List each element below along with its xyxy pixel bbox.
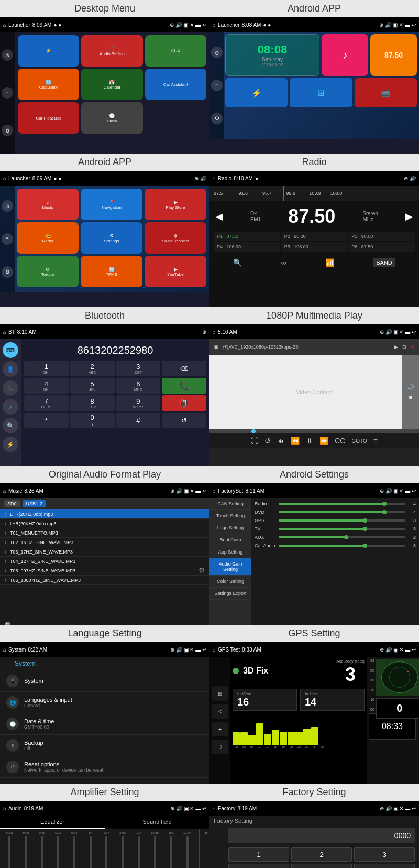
eq-track-4[interactable] — [57, 836, 59, 868]
caraudio-slider[interactable] — [279, 545, 405, 547]
eq-track-3[interactable] — [41, 836, 43, 868]
backup-item[interactable]: ⬆ Backup Off — [0, 735, 210, 756]
fullscreen-btn[interactable]: ⛶ — [251, 437, 258, 445]
audio-gain-setting[interactable]: Audio Gain Setting — [210, 558, 251, 576]
key-7[interactable]: 7PQRS — [24, 395, 69, 411]
key-4[interactable]: 4GHI — [24, 378, 69, 394]
bluetooth-app[interactable]: ⚡ — [18, 35, 79, 67]
youtube-tile[interactable]: ▶ YouTube — [145, 256, 206, 287]
preset-4[interactable]: P4 106.00 — [214, 242, 280, 252]
languages-item[interactable]: 🌐 Languages & input Gboard — [0, 692, 210, 713]
datetime-item[interactable]: 🕐 Date & time GMT+00:00 — [0, 713, 210, 735]
calc-app[interactable]: 🔢 Calculator — [18, 69, 79, 100]
home-icon2[interactable]: ⌂ — [213, 22, 216, 28]
app-setting[interactable]: App Setting — [210, 546, 251, 558]
can-setting[interactable]: CAN Setting — [210, 498, 251, 510]
music-tile[interactable]: ♪ Music — [17, 189, 79, 220]
torque-tile[interactable]: ⚙ Torque — [17, 256, 79, 287]
skip-back-btn[interactable]: ⏪ — [291, 437, 300, 445]
gps-share-btn[interactable]: < — [212, 704, 228, 719]
eq-track-10[interactable] — [154, 836, 156, 868]
goto-btn[interactable]: GOTO — [351, 438, 367, 444]
settings-tile[interactable]: ⚙ Settings — [81, 222, 142, 254]
system-item[interactable]: 📱 System — [0, 670, 210, 692]
gps-slider[interactable] — [279, 519, 405, 522]
nav-icon3[interactable]: ⊙ — [2, 200, 13, 212]
radio-tile[interactable]: 📻 Radio — [17, 222, 79, 254]
bt-btn[interactable]: ⚡ — [225, 78, 288, 107]
eq-track-7[interactable] — [105, 836, 107, 868]
radio-home-icon[interactable]: ⌂ — [213, 176, 216, 181]
bt-dialpad-icon[interactable]: ⌨ — [3, 342, 18, 358]
key-8[interactable]: 8TUV — [70, 395, 115, 411]
prev-btn[interactable]: ◀ — [216, 211, 223, 222]
eq-track-8[interactable] — [122, 836, 124, 868]
media-progress-bar[interactable] — [210, 429, 419, 433]
vol-up-icon[interactable]: 🔊 — [407, 384, 414, 391]
file-1[interactable]: ♪ L+R(20HZ 0db).mp3 — [0, 509, 210, 519]
key-star[interactable]: * — [24, 413, 69, 428]
bt-music-icon[interactable]: ♪ — [3, 399, 18, 415]
gps-star-btn[interactable]: ✦ — [212, 722, 228, 736]
key-1[interactable]: 1GHI — [24, 361, 69, 376]
preset-2[interactable]: P2 90.00 — [281, 232, 348, 241]
fk-1[interactable]: 1 — [228, 847, 289, 862]
audio-home[interactable]: ⌂ — [3, 488, 6, 494]
link-icon[interactable]: ∞ — [281, 258, 286, 267]
eq-track-6[interactable] — [90, 836, 92, 868]
fk-3[interactable]: 3 — [354, 847, 415, 862]
next-btn[interactable]: ▶ — [405, 211, 413, 222]
eq-icon2[interactable]: ≡ — [211, 80, 223, 91]
search-icon[interactable]: 🔍 — [233, 258, 242, 267]
key-refresh[interactable]: ↺ — [162, 413, 206, 428]
settings-icon3[interactable]: ⚙ — [2, 266, 13, 278]
fk-4[interactable]: 4 — [228, 864, 289, 868]
tab-soundfield[interactable]: Sound field — [105, 816, 210, 829]
bt-home[interactable]: ⌂ — [3, 329, 6, 335]
eq-track-11[interactable] — [170, 836, 172, 868]
freq-display[interactable]: 87.50 — [370, 34, 417, 76]
tv-slider[interactable] — [279, 528, 405, 530]
eq-track-12[interactable] — [186, 836, 189, 868]
settings-icon5[interactable]: ⚙ — [199, 566, 205, 574]
file-5[interactable]: ♪ T03_17HZ_SINE_WAVE.MP3 — [0, 547, 210, 557]
boot-anim[interactable]: Boot Anim — [210, 534, 251, 546]
float-app[interactable]: Car Float Ball — [18, 102, 79, 134]
file-3[interactable]: ♪ T01_MENUETTO.MP3 — [0, 528, 210, 538]
play-btn[interactable]: ▶ — [394, 344, 398, 350]
fk-6[interactable]: 6 — [354, 864, 415, 868]
bt-calls-icon[interactable]: 📞 — [3, 380, 18, 396]
prev-track-btn[interactable]: ⏮ — [277, 437, 284, 445]
tab-equalizer[interactable]: Equalizer — [0, 816, 105, 829]
recorder-tile[interactable]: 🎙 Sound Recorder — [145, 222, 206, 254]
audio-app[interactable]: 🎵 Audio Setting — [81, 35, 142, 67]
signal-icon[interactable]: 📶 — [325, 258, 334, 267]
settings-icon[interactable]: ⚙ — [2, 125, 13, 136]
skip-fwd-btn[interactable]: ⏩ — [319, 437, 328, 445]
file-8[interactable]: ♪ T06_10007HZ_SINE_WAVE.MP3 — [0, 576, 210, 585]
nav-icon[interactable]: ⊙ — [2, 49, 13, 61]
playlist-btn[interactable]: ≡ — [373, 437, 378, 445]
aux-slider[interactable] — [279, 536, 405, 538]
clock-widget[interactable]: 08:08 Saturday 2019-08-03 — [225, 34, 319, 76]
search-icon2[interactable]: 🔍 — [4, 622, 13, 625]
repeat-btn[interactable]: ↺ — [264, 437, 271, 445]
fk-2[interactable]: 2 — [291, 847, 352, 862]
eq-icon[interactable]: ≡ — [2, 87, 13, 99]
amp-home[interactable]: ⌂ — [3, 806, 6, 811]
pause-btn[interactable]: ⏸ — [306, 437, 313, 445]
eq-track-5[interactable] — [73, 836, 75, 868]
preset-1[interactable]: P1 87.50 — [214, 232, 280, 241]
key-5[interactable]: 5JKL — [70, 378, 115, 394]
key-0[interactable]: 0+ — [70, 413, 115, 428]
home-icon3[interactable]: ⌂ — [3, 176, 6, 181]
preset-5[interactable]: P5 108.00 — [281, 242, 348, 252]
touch-setting[interactable]: Touch Setting — [210, 510, 251, 522]
close-btn2[interactable]: ✕ — [411, 344, 415, 350]
calendar-app[interactable]: 📅 Calendar — [81, 69, 142, 100]
settings-export[interactable]: Settings Export — [210, 588, 251, 600]
sd0-btn[interactable]: SD0 — [4, 500, 20, 507]
key-end[interactable]: 📵 — [162, 395, 206, 411]
file-7[interactable]: ♪ T05_997HZ_SINE_WAVE.MP3 — [0, 566, 210, 576]
gps-moon-btn[interactable]: ☽ — [212, 740, 228, 754]
